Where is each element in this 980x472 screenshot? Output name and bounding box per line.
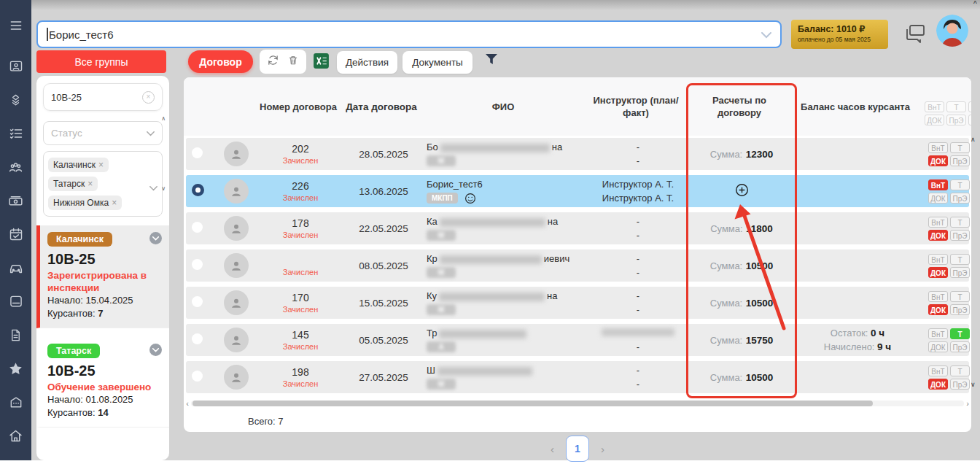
add-payment-button[interactable] [735,183,749,197]
group-card[interactable]: Калачинск 10В-25 Зарегистрирована в инсп… [36,225,169,328]
scroll-right-icon[interactable]: › [964,399,971,408]
next-page-icon[interactable]: › [601,443,604,455]
control-badge[interactable]: Т [950,328,970,339]
document-icon[interactable] [0,318,31,352]
row-radio[interactable] [192,371,203,382]
table-row[interactable]: 226Зачислен 13.06.2025 Борис_тест6 МКПП … [186,175,969,207]
control-badge[interactable]: Т [950,217,970,228]
table-row[interactable]: 170Зачислен 15.05.2025 Куна М -- Сумма: … [186,287,969,319]
row-radio[interactable] [192,259,203,270]
excel-export-icon[interactable] [312,52,330,73]
remove-tag-icon[interactable]: × [88,179,93,189]
company-building-icon[interactable] [0,385,31,419]
control-badge[interactable]: Т [950,254,970,265]
refresh-icon[interactable] [267,54,279,69]
panel-scroll-up-icon[interactable]: ∧ [161,115,166,122]
control-filter-badge[interactable] [968,115,971,125]
control-badge[interactable]: ВнТ [928,328,948,339]
control-badge[interactable]: ДОК [928,379,948,390]
header-fio: ФИО [424,101,582,113]
collapse-group-icon[interactable] [149,344,162,356]
trash-icon[interactable] [287,54,299,69]
group-search-input[interactable]: 10В-25 × [43,83,163,111]
table-scroll-up-icon[interactable]: ∧ [971,136,976,143]
student-search-input[interactable]: Борис_тест6 [36,20,782,48]
control-badge[interactable]: Т [950,179,970,190]
chevron-down-icon[interactable] [761,28,771,41]
contract-button[interactable]: Договор [188,50,253,73]
control-badge[interactable]: ДОК [928,304,948,315]
actions-button[interactable]: Действия [337,51,397,74]
control-badge[interactable]: ПрЭ [950,379,970,390]
table-row[interactable]: 178Зачислен 22.05.2025 Кана М -- Сумма: … [186,212,969,244]
home-icon[interactable] [0,419,31,452]
control-badge[interactable]: ПрЭ [950,193,970,204]
redacted-instructor [602,328,674,336]
control-badge[interactable]: ПрЭ [950,341,970,352]
table-row[interactable]: 202Зачислен 28.05.2025 Бона М -- Сумма: … [186,138,969,170]
menu-icon[interactable] [0,9,31,42]
user-screen-icon[interactable] [0,50,31,83]
control-filter-badge[interactable]: ДОК [925,115,944,125]
control-badge[interactable]: ДОК [928,230,948,241]
table-row[interactable]: 145Зачислен 05.05.2025 Тр А - Сумма: 157… [186,324,969,356]
terminal-card-icon[interactable] [0,285,31,318]
row-radio[interactable] [192,147,203,158]
row-radio[interactable] [192,296,203,307]
control-badge[interactable]: Т [950,365,970,376]
control-badge[interactable]: ДОК [928,155,948,166]
table-scroll-down-icon[interactable]: ∨ [971,381,976,388]
control-badge[interactable]: ПрЭ [950,230,970,241]
clear-search-icon[interactable]: × [142,91,155,104]
control-filter-badge[interactable]: Т [946,101,966,112]
control-badge[interactable]: ПрЭ [950,304,970,315]
tags-icon[interactable] [0,83,31,117]
control-badge[interactable]: ПрЭ [950,155,970,166]
checklist-icon[interactable] [0,117,31,150]
calendar-icon[interactable] [0,217,31,251]
control-badge[interactable]: ПрЭ [950,267,970,278]
group-card[interactable]: Татарск 10В-25 Обучение завершено Начало… [36,337,169,427]
table-row[interactable]: 198Зачислен 27.05.2025 Ш М -- Сумма: 105… [186,361,969,393]
row-radio[interactable] [192,222,203,233]
control-badge[interactable]: ВнТ [928,254,948,265]
control-badge[interactable]: ВнТ [928,179,948,190]
row-radio[interactable] [192,184,204,196]
status-select[interactable]: Статус [43,121,163,145]
scrollbar-thumb[interactable] [192,401,873,406]
remove-tag-icon[interactable]: × [98,160,104,170]
control-badge[interactable]: ДОК [928,341,948,352]
city-multiselect[interactable]: Калачинск× Татарск× Нижняя Омка× [43,151,163,217]
prev-page-icon[interactable]: ‹ [551,443,554,455]
control-badge[interactable]: ВнТ [928,217,948,228]
current-page-button[interactable]: 1 [566,436,589,462]
control-filter-badge[interactable]: ПрЭ [946,115,966,125]
row-radio[interactable] [192,333,203,344]
collapse-group-icon[interactable] [149,232,162,244]
all-groups-button[interactable]: Все группы [36,50,166,73]
control-badge[interactable]: ДОК [928,193,948,204]
panel-scroll-down-icon[interactable]: ∨ [161,185,166,192]
table-row[interactable]: Зачислен 08.05.2025 Криевич М -- Сумма: … [186,249,969,282]
control-badge[interactable]: Т [950,142,970,153]
star-icon[interactable] [0,352,31,385]
chat-icon[interactable] [903,23,927,47]
smiley-icon[interactable] [464,193,476,204]
remove-tag-icon[interactable]: × [112,198,117,208]
horizontal-scrollbar[interactable]: ‹ › [184,400,971,407]
control-badge[interactable]: ВнТ [928,365,948,376]
documents-button[interactable]: Документы [402,51,472,74]
money-icon[interactable] [0,184,31,217]
control-filter-badge[interactable] [968,101,971,112]
control-badge[interactable]: ВнТ [928,142,948,153]
control-badge[interactable]: Т [950,291,970,302]
students-group-icon[interactable] [0,150,31,184]
scroll-left-icon[interactable]: ‹ [184,399,191,408]
control-filter-badge[interactable]: ВнТ [925,101,944,112]
control-badge[interactable]: ДОК [928,267,948,278]
car-icon[interactable] [0,251,31,285]
user-avatar[interactable] [936,15,968,47]
filter-funnel-icon[interactable] [485,53,498,68]
control-badge[interactable]: ВнТ [928,291,948,302]
page-scroll-up-icon[interactable]: ^ [973,0,977,8]
